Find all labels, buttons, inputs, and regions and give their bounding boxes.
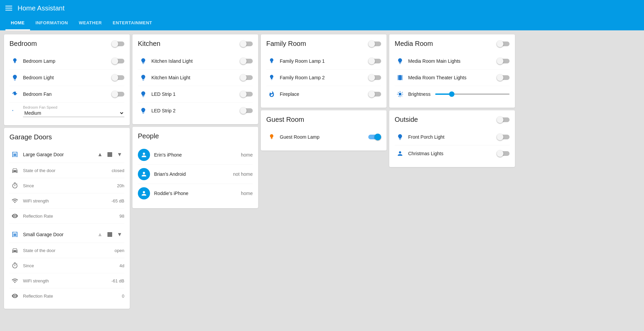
- media-main-lights-icon: [395, 56, 405, 66]
- bedroom-light-toggle[interactable]: [112, 74, 124, 81]
- media-room-title: Media Room: [395, 40, 433, 48]
- bedroom-title: Bedroom: [9, 40, 37, 48]
- brian-name: Brian's Android: [154, 171, 233, 177]
- front-porch-icon: [395, 132, 405, 142]
- large-door-state-label: State of the door: [23, 168, 112, 173]
- family-lamp-2-icon: [266, 72, 277, 83]
- large-garage-door-name: Large Garage Door: [23, 152, 95, 157]
- media-main-lights-row: Media Room Main Lights: [395, 53, 510, 70]
- small-garage-down-btn[interactable]: ▼: [115, 230, 124, 239]
- nav-tabs: HOME INFORMATION WEATHER ENTERTAINMENT: [0, 16, 644, 30]
- family-room-main-toggle[interactable]: [368, 40, 381, 47]
- fireplace-row: Fireplace: [266, 86, 381, 102]
- kitchen-island-row: Kitchen Island Light: [138, 53, 253, 70]
- front-porch-row: Front Porch Light: [395, 129, 510, 145]
- roddie-name: Roddie's iPhone: [154, 191, 241, 196]
- nav-tab-home[interactable]: HOME: [5, 16, 30, 30]
- brian-status: not home: [233, 171, 253, 177]
- small-door-reflection-value: 0: [122, 294, 124, 299]
- small-garage-controls: ▲ ▼: [95, 230, 124, 239]
- brian-avatar: [138, 168, 150, 180]
- kitchen-island-toggle[interactable]: [240, 58, 253, 64]
- timer-icon-small: [9, 260, 20, 271]
- people-card: People Erin's iPhone home Brian's Androi…: [132, 127, 258, 208]
- large-door-wifi-row: WiFi strength -65 dB: [9, 193, 124, 209]
- garage-icon-large: [9, 149, 20, 160]
- large-door-state-row: State of the door closed: [9, 163, 124, 178]
- kitchen-main-toggle-device[interactable]: [240, 74, 253, 81]
- media-main-lights-toggle[interactable]: [497, 58, 510, 64]
- guest-room-card: Guest Room Guest Room Lamp: [261, 110, 387, 150]
- kitchen-main-toggle[interactable]: [240, 40, 253, 47]
- small-garage-stop-btn[interactable]: [107, 232, 112, 237]
- fan-speed-select-wrap: Bedroom Fan Speed Medium Low High: [23, 105, 124, 117]
- person-brian-row: Brian's Android not home: [138, 165, 253, 184]
- timer-icon-large: [9, 180, 20, 191]
- media-room-main-toggle[interactable]: [497, 40, 510, 47]
- small-door-wifi-label: WiFi strength: [23, 278, 112, 283]
- kitchen-main-name: Kitchen Main Light: [151, 75, 240, 80]
- media-room-card: Media Room Media Room Main Lights: [389, 34, 515, 108]
- small-door-state-label: State of the door: [23, 248, 115, 253]
- column-1: Bedroom Bedroom Lamp: [3, 33, 131, 310]
- fan-speed-select[interactable]: Medium Low High: [23, 109, 124, 117]
- small-door-since-label: Since: [23, 263, 120, 268]
- bedroom-fan-row: Bedroom Fan: [9, 86, 124, 103]
- bedroom-main-toggle[interactable]: [112, 40, 124, 47]
- garage-icon-small: [9, 229, 20, 240]
- car-icon: [9, 165, 20, 176]
- large-door-reflection-value: 98: [120, 214, 124, 219]
- kitchen-title: Kitchen: [138, 40, 160, 48]
- large-garage-up-btn[interactable]: ▲: [95, 150, 105, 159]
- column-4: Media Room Media Room Main Lights: [388, 33, 516, 310]
- hamburger-menu[interactable]: [5, 6, 12, 10]
- eye-icon-large: [9, 211, 20, 221]
- main-content: Bedroom Bedroom Lamp: [0, 30, 644, 313]
- family-lamp-1-name: Family Room Lamp 1: [280, 58, 368, 64]
- brightness-icon: [395, 89, 405, 100]
- christmas-lights-name: Christmas Lights: [408, 151, 497, 156]
- bedroom-light-row: Bedroom Light: [9, 70, 124, 86]
- bedroom-lamp-toggle[interactable]: [112, 58, 124, 64]
- media-main-lights-name: Media Room Main Lights: [408, 58, 497, 64]
- small-garage-up-btn[interactable]: ▲: [95, 230, 105, 239]
- front-porch-toggle[interactable]: [497, 134, 510, 140]
- led-strip-2-name: LED Strip 2: [151, 108, 240, 113]
- small-garage-door-row: Small Garage Door ▲ ▼: [9, 226, 124, 243]
- led-strip-1-row: LED Strip 1: [138, 86, 253, 103]
- column-3: Family Room Family Room Lamp 1: [259, 33, 388, 310]
- family-lamp-2-toggle[interactable]: [368, 74, 381, 81]
- nav-tab-entertainment[interactable]: ENTERTAINMENT: [107, 16, 158, 30]
- nav-tab-weather[interactable]: WEATHER: [73, 16, 107, 30]
- family-lamp-1-toggle[interactable]: [368, 58, 381, 64]
- led-strip-1-toggle[interactable]: [240, 91, 253, 98]
- large-garage-down-btn[interactable]: ▼: [115, 150, 124, 159]
- small-door-state-value: open: [115, 248, 124, 253]
- media-theater-lights-toggle[interactable]: [497, 74, 510, 81]
- garage-title: Garage Doors: [9, 133, 52, 141]
- small-door-state-row: State of the door open: [9, 243, 124, 258]
- large-door-reflection-label: Reflection Rate: [23, 214, 120, 219]
- christmas-lights-icon: [395, 148, 405, 159]
- bedroom-fan-toggle[interactable]: [112, 91, 124, 98]
- large-garage-door-row: Large Garage Door ▲ ▼: [9, 146, 124, 163]
- small-door-wifi-value: -61 dB: [112, 278, 124, 283]
- outside-main-toggle[interactable]: [497, 116, 510, 123]
- wifi-icon-large: [9, 195, 20, 206]
- guest-lamp-toggle[interactable]: [368, 134, 381, 140]
- fireplace-toggle[interactable]: [368, 91, 381, 98]
- guest-lamp-name: Guest Room Lamp: [280, 134, 368, 140]
- bedroom-lamp-row: Bedroom Lamp: [9, 53, 124, 70]
- brightness-slider[interactable]: [435, 93, 510, 95]
- bedroom-light-name: Bedroom Light: [23, 75, 112, 80]
- led-strip-2-toggle[interactable]: [240, 107, 253, 114]
- brightness-label: Brightness: [408, 91, 435, 97]
- large-garage-stop-btn[interactable]: [107, 152, 112, 157]
- kitchen-main-icon: [138, 72, 149, 83]
- christmas-lights-toggle[interactable]: [497, 150, 510, 157]
- fireplace-icon: [266, 89, 277, 100]
- nav-tab-information[interactable]: INFORMATION: [30, 16, 73, 30]
- guest-room-title: Guest Room: [266, 116, 304, 123]
- large-garage-controls: ▲ ▼: [95, 150, 124, 159]
- led-strip-1-name: LED Strip 1: [151, 91, 240, 97]
